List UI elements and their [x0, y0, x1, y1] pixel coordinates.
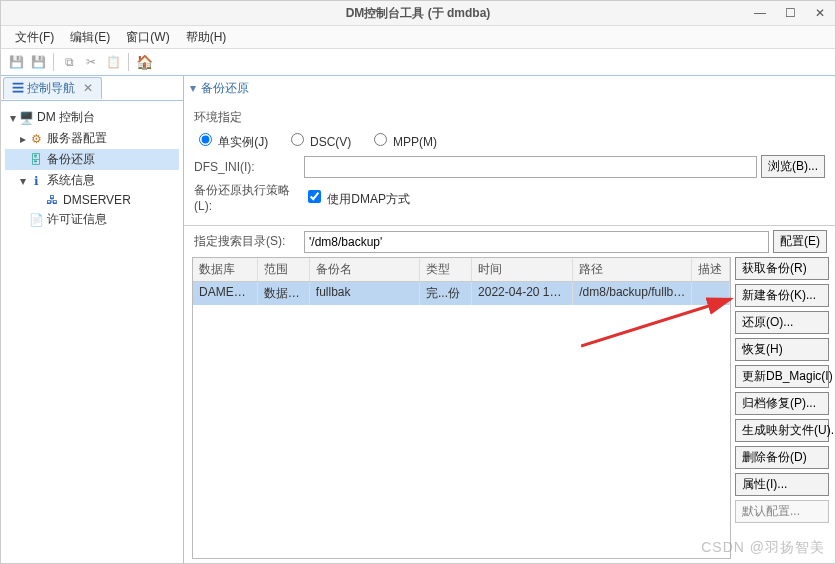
menu-file[interactable]: 文件(F): [7, 27, 62, 48]
menu-bar: 文件(F) 编辑(E) 窗口(W) 帮助(H): [1, 26, 835, 49]
radio-dsc[interactable]: DSC(V): [286, 135, 352, 149]
menu-edit[interactable]: 编辑(E): [62, 27, 118, 48]
grid-header: 数据库 范围 备份名 类型 时间 路径 描述: [193, 258, 730, 282]
side-button-bar: 获取备份(R) 新建备份(K)... 还原(O)... 恢复(H) 更新DB_M…: [731, 253, 835, 563]
section-toggle-icon[interactable]: ▾: [190, 81, 196, 95]
archive-repair-button[interactable]: 归档修复(P)...: [735, 392, 829, 415]
radio-mpp[interactable]: MPP(M): [369, 135, 437, 149]
minimize-icon[interactable]: —: [745, 1, 775, 25]
env-radio-group: 单实例(J) DSC(V) MPP(M): [194, 130, 451, 151]
menu-window[interactable]: 窗口(W): [118, 27, 177, 48]
menu-help[interactable]: 帮助(H): [178, 27, 235, 48]
toolbar-paste-icon[interactable]: 📋: [104, 53, 122, 71]
toolbar-home-icon[interactable]: 🏠: [135, 53, 153, 71]
recover-button[interactable]: 恢复(H): [735, 338, 829, 361]
radio-single[interactable]: 单实例(J): [194, 135, 268, 149]
tree-root[interactable]: ▾🖥️DM 控制台: [5, 107, 179, 128]
col-name[interactable]: 备份名: [310, 258, 420, 281]
left-panel: ☰ 控制导航 ✕ ▾🖥️DM 控制台 ▸⚙服务器配置 🗄备份还原 ▾ℹ系统信息 …: [1, 76, 184, 563]
dfsini-label: DFS_INI(I):: [194, 160, 304, 174]
nav-tab-close-icon[interactable]: ✕: [83, 81, 93, 95]
config-button[interactable]: 配置(E): [773, 230, 827, 253]
env-label: 环境指定: [194, 109, 242, 126]
tree-system-info[interactable]: ▾ℹ系统信息: [5, 170, 179, 191]
more-button[interactable]: 默认配置...: [735, 500, 829, 523]
section-header: ▾ 备份还原: [184, 76, 835, 101]
toolbar-saveall-icon[interactable]: 💾: [29, 53, 47, 71]
close-icon[interactable]: ✕: [805, 1, 835, 25]
tree-backup-restore[interactable]: 🗄备份还原: [5, 149, 179, 170]
tree-license-info[interactable]: 📄许可证信息: [5, 209, 179, 230]
toolbar-cut-icon[interactable]: ✂: [82, 53, 100, 71]
update-dbmagic-button[interactable]: 更新DB_Magic(I): [735, 365, 829, 388]
dfsini-input[interactable]: [304, 156, 757, 178]
right-panel: ▾ 备份还原 环境指定 单实例(J) DSC(V) MPP(M) DFS_INI…: [184, 76, 835, 563]
tool-bar: 💾 💾 ⧉ ✂ 📋 🏠: [1, 49, 835, 76]
new-backup-button[interactable]: 新建备份(K)...: [735, 284, 829, 307]
toolbar-copy-icon[interactable]: ⧉: [60, 53, 78, 71]
nav-tree: ▾🖥️DM 控制台 ▸⚙服务器配置 🗄备份还原 ▾ℹ系统信息 🖧DMSERVER…: [1, 101, 183, 236]
col-db[interactable]: 数据库: [193, 258, 258, 281]
browse-button[interactable]: 浏览(B)...: [761, 155, 825, 178]
search-dir-label: 指定搜索目录(S):: [194, 233, 304, 250]
backup-grid: 数据库 范围 备份名 类型 时间 路径 描述 DAMENG 数据...份 ful…: [192, 257, 731, 559]
col-desc[interactable]: 描述: [692, 258, 730, 281]
title-bar: DM控制台工具 (于 dmdba) — ☐ ✕: [1, 1, 835, 26]
restore-button[interactable]: 还原(O)...: [735, 311, 829, 334]
col-type[interactable]: 类型: [420, 258, 472, 281]
nav-tab[interactable]: ☰ 控制导航 ✕: [3, 77, 102, 99]
col-time[interactable]: 时间: [472, 258, 573, 281]
policy-label: 备份还原执行策略(L):: [194, 182, 304, 213]
table-row[interactable]: DAMENG 数据...份 fullbak 完...份 2022-04-20 1…: [193, 282, 730, 305]
window-title: DM控制台工具 (于 dmdba): [346, 5, 491, 22]
tree-dmserver[interactable]: 🖧DMSERVER: [5, 191, 179, 209]
tree-server-config[interactable]: ▸⚙服务器配置: [5, 128, 179, 149]
maximize-icon[interactable]: ☐: [775, 1, 805, 25]
dmap-checkbox[interactable]: 使用DMAP方式: [304, 187, 410, 208]
search-dir-input[interactable]: [304, 231, 769, 253]
gen-mapfile-button[interactable]: 生成映射文件(U)...: [735, 419, 829, 442]
get-backup-button[interactable]: 获取备份(R): [735, 257, 829, 280]
toolbar-save-icon[interactable]: 💾: [7, 53, 25, 71]
col-scope[interactable]: 范围: [258, 258, 310, 281]
delete-backup-button[interactable]: 删除备份(D): [735, 446, 829, 469]
watermark: CSDN @羽扬智美: [701, 539, 825, 557]
properties-button[interactable]: 属性(I)...: [735, 473, 829, 496]
col-path[interactable]: 路径: [573, 258, 692, 281]
